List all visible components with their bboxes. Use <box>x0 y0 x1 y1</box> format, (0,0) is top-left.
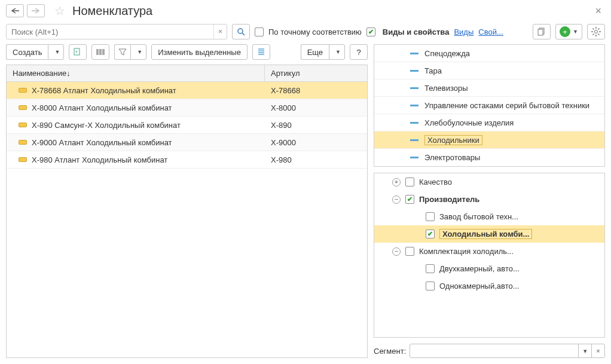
copy-icon: + <box>74 48 82 56</box>
copy-button[interactable]: + <box>69 44 87 60</box>
svg-point-2 <box>238 29 243 33</box>
row-article-text: X-78668 <box>271 86 300 95</box>
settings-button[interactable] <box>587 24 605 39</box>
type-item[interactable]: Спецодежда <box>374 45 604 62</box>
more-dropdown-button[interactable]: ▼ <box>329 44 345 60</box>
tree-label: Завод бытовой техн... <box>439 212 518 221</box>
list-icon <box>258 48 265 56</box>
nomenclature-table: Наименование ↓ Артикул X-78668 Атлант Хо… <box>6 65 368 358</box>
table-row[interactable]: X-9000 Атлант Холодильный комбинатX-9000 <box>7 134 367 151</box>
create-button[interactable]: Создать <box>6 44 48 60</box>
row-article-text: X-9000 <box>271 138 296 147</box>
arrow-right-icon <box>32 8 40 14</box>
barcode-icon <box>96 48 105 56</box>
views-link[interactable]: Виды <box>454 27 473 36</box>
filter-button[interactable] <box>114 44 130 60</box>
exact-match-label: По точному соответствию <box>268 27 362 36</box>
table-header: Наименование ↓ Артикул <box>7 65 367 82</box>
caret-down-icon: ▼ <box>54 49 60 55</box>
tree-row[interactable]: −Комплектация холодиль... <box>374 243 604 260</box>
tree-row[interactable]: −Производитель <box>374 191 604 208</box>
tree-expander[interactable]: + <box>392 178 401 186</box>
type-dash-icon <box>410 122 418 124</box>
list-mode-button[interactable] <box>252 44 270 60</box>
tree-checkbox[interactable] <box>426 212 435 221</box>
tree-checkbox[interactable] <box>405 195 414 204</box>
cell-article: X-8000 <box>265 103 367 112</box>
tree-checkbox[interactable] <box>405 178 414 186</box>
table-row[interactable]: X-890 Самсунг-X Холодильный комбинатX-89… <box>7 117 367 134</box>
search-button[interactable] <box>232 24 250 39</box>
item-icon <box>19 140 27 145</box>
help-button[interactable]: ? <box>350 44 368 60</box>
segment-clear-button[interactable]: × <box>591 344 604 357</box>
tree-expander[interactable]: − <box>392 195 401 204</box>
type-item[interactable]: Управление остаками серий бытовой техник… <box>374 97 604 114</box>
svg-rect-5 <box>538 29 543 35</box>
types-list: СпецодеждаТараТелевизорыУправление остак… <box>374 44 605 167</box>
type-item[interactable]: Электротовары <box>374 149 604 166</box>
change-selected-button[interactable]: Изменить выделенные <box>151 44 248 60</box>
cell-name: X-9000 Атлант Холодильный комбинат <box>7 138 265 147</box>
column-article-label: Артикул <box>271 69 300 78</box>
svg-line-14 <box>598 29 600 30</box>
svg-point-6 <box>595 30 598 33</box>
tree-checkbox[interactable] <box>426 282 435 290</box>
tree-expander-placeholder <box>413 265 421 273</box>
table-row[interactable]: X-8000 Атлант Холодильный комбинатX-8000 <box>7 99 367 117</box>
tree-expander[interactable]: − <box>392 247 401 256</box>
more-button-label: Еще <box>307 48 323 57</box>
search-input[interactable] <box>10 27 213 37</box>
views-and-props-checkbox[interactable] <box>366 27 375 36</box>
column-header-article[interactable]: Артикул <box>265 65 367 81</box>
type-item[interactable]: Холодильники <box>374 131 604 149</box>
item-icon <box>19 157 27 162</box>
tree-checkbox[interactable] <box>426 264 435 273</box>
type-dash-icon <box>410 70 418 72</box>
type-item[interactable]: Тара <box>374 62 604 79</box>
exact-match-checkbox[interactable] <box>255 27 264 36</box>
type-dash-icon <box>410 139 418 141</box>
row-name-text: X-980 Атлант Холодильный комбинат <box>32 155 167 164</box>
more-button[interactable]: Еще <box>301 44 329 60</box>
favorite-star-icon[interactable]: ☆ <box>54 4 65 18</box>
tree-row[interactable]: Завод бытовой техн... <box>374 208 604 225</box>
tree-label: Комплектация холодиль... <box>419 247 514 256</box>
type-label: Спецодежда <box>424 49 470 58</box>
row-name-text: X-8000 Атлант Холодильный комбинат <box>32 103 172 112</box>
create-plus-button[interactable]: + ▼ <box>555 24 582 39</box>
clear-search-button[interactable]: × <box>213 25 227 39</box>
segment-input[interactable] <box>410 344 578 357</box>
tree-row[interactable]: +Качество <box>374 173 604 191</box>
sort-indicator-icon: ↓ <box>66 69 71 78</box>
type-item[interactable]: Телевизоры <box>374 79 604 97</box>
cell-article: X-78668 <box>265 86 367 95</box>
reports-button[interactable] <box>533 24 551 39</box>
type-item[interactable]: Хлебобулочные изделия <box>374 114 604 131</box>
type-dash-icon <box>410 53 418 54</box>
filter-dropdown-button[interactable]: ▼ <box>130 44 146 60</box>
type-label: Управление остаками серий бытовой техник… <box>424 101 589 110</box>
help-label: ? <box>356 48 361 57</box>
tree-label: Холодильный комби... <box>439 229 532 239</box>
close-button[interactable]: × <box>591 5 605 17</box>
nav-back-button[interactable] <box>6 4 24 17</box>
tree-row[interactable]: Двухкамерный, авто... <box>374 260 604 277</box>
create-dropdown-button[interactable]: ▼ <box>48 44 64 60</box>
tree-checkbox[interactable] <box>426 230 435 238</box>
segment-input-group: ▾ × <box>410 344 605 358</box>
segment-dropdown-button[interactable]: ▾ <box>578 344 591 357</box>
row-name-text: X-9000 Атлант Холодильный комбинат <box>32 138 172 147</box>
table-row[interactable]: X-980 Атлант Холодильный комбинатX-980 <box>7 151 367 169</box>
nav-forward-button[interactable] <box>27 4 45 17</box>
tree-row[interactable]: Однокамерный,авто... <box>374 277 604 295</box>
table-row[interactable]: X-78668 Атлант Холодильный комбинатX-786… <box>7 82 367 99</box>
tree-checkbox[interactable] <box>405 247 414 256</box>
barcode-button[interactable] <box>91 44 109 60</box>
custom-link[interactable]: Свой... <box>478 27 503 36</box>
tree-row[interactable]: Холодильный комби... <box>374 225 604 243</box>
svg-line-11 <box>593 29 594 30</box>
type-dash-icon <box>410 157 418 158</box>
column-header-name[interactable]: Наименование ↓ <box>7 65 265 81</box>
tree-expander-placeholder <box>413 230 421 238</box>
